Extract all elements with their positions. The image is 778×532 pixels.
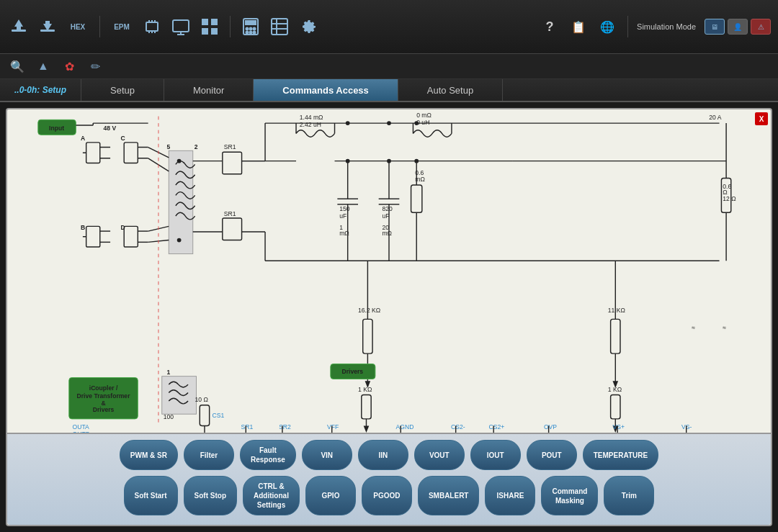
chip-icon[interactable] [140, 15, 164, 38]
close-button[interactable]: X [755, 112, 768, 125]
svg-text:0 mΩ: 0 mΩ [416, 112, 432, 119]
svg-rect-17 [211, 28, 218, 35]
main-toolbar: HEX EPM [0, 0, 778, 54]
svg-point-178 [387, 159, 391, 163]
svg-rect-146 [200, 405, 209, 426]
svg-text:1: 1 [166, 369, 170, 376]
epm-icon[interactable]: EPM [109, 15, 135, 38]
mountain-icon[interactable]: ▲ [33, 56, 53, 76]
btn-pwm-sr[interactable]: PWM & SR [120, 440, 178, 470]
svg-point-22 [254, 28, 256, 30]
svg-point-168 [346, 121, 350, 125]
tab-commands-access[interactable]: Commands Access [254, 79, 398, 101]
sim-mode-icons: 🖥 👤 ⚠ [705, 19, 771, 35]
toolbar2: 🔍 ▲ ✿ ✏ [0, 54, 778, 79]
btn-gpio[interactable]: GPIO [305, 476, 356, 515]
svg-rect-51 [124, 226, 138, 247]
btn-vout[interactable]: VOUT [414, 440, 465, 470]
navbar: ..0-0h: Setup Setup Monitor Commands Acc… [0, 79, 778, 102]
data-icon[interactable] [268, 15, 291, 38]
svg-text:20 A: 20 A [709, 114, 721, 121]
svg-text:SR2: SR2 [279, 423, 291, 430]
svg-text:Drive Transformer: Drive Transformer [77, 392, 131, 400]
btn-pgood[interactable]: PGOOD [362, 476, 412, 515]
tab-monitor[interactable]: Monitor [164, 79, 254, 101]
person-sim-icon[interactable]: 👤 [728, 19, 748, 35]
nav-brand: ..0-0h: Setup [0, 79, 81, 101]
monitor-sim-icon[interactable]: 🖥 [705, 19, 725, 35]
svg-point-170 [414, 121, 419, 125]
warning-sim-icon[interactable]: ⚠ [751, 19, 771, 35]
globe-icon[interactable]: 🌐 [596, 15, 619, 38]
tab-setup[interactable]: Setup [81, 79, 164, 101]
svg-text:2: 2 [194, 143, 198, 150]
svg-text:1.44 mΩ: 1.44 mΩ [300, 114, 323, 121]
svg-rect-0 [12, 30, 26, 32]
btn-iin[interactable]: IIN [358, 440, 408, 470]
svg-rect-115 [363, 319, 372, 353]
main-content: X .sch-text { font-family: Arial, sans-s… [6, 108, 772, 526]
search-icon[interactable]: 🔍 [7, 56, 27, 76]
btn-soft-stop[interactable]: Soft Stop [184, 476, 237, 515]
btn-iout[interactable]: IOUT [470, 440, 521, 470]
svg-rect-69 [223, 218, 242, 240]
svg-text:≈: ≈ [723, 324, 726, 331]
hex-label[interactable]: HEX [65, 15, 91, 38]
svg-point-25 [254, 32, 256, 34]
svg-text:uF: uF [339, 212, 346, 220]
svg-text:SR1: SR1 [224, 143, 236, 150]
svg-rect-129 [611, 395, 620, 418]
svg-text:VS+: VS+ [612, 423, 624, 430]
calc-icon[interactable] [239, 15, 262, 38]
svg-rect-19 [246, 21, 256, 24]
svg-text:B: B [81, 224, 85, 231]
monitor-icon[interactable] [169, 15, 192, 38]
tab-auto-setup[interactable]: Auto Setup [398, 79, 503, 101]
svg-text:AGND: AGND [396, 423, 414, 430]
btn-fault-response[interactable]: FaultResponse [240, 440, 296, 470]
btn-ctrl-additional[interactable]: CTRL &AdditionalSettings [243, 476, 300, 515]
btn-command-masking[interactable]: CommandMasking [541, 476, 598, 515]
btn-temperature[interactable]: TEMPERATURE [583, 440, 658, 470]
sep1 [99, 16, 100, 37]
svg-rect-26 [272, 19, 287, 35]
btn-pout[interactable]: POUT [527, 440, 577, 470]
svg-text:CS2+: CS2+ [489, 423, 505, 430]
btn-vin[interactable]: VIN [302, 440, 352, 470]
btn-filter[interactable]: Filter [184, 440, 234, 470]
settings-icon[interactable] [297, 15, 320, 38]
pen-icon[interactable]: ✏ [85, 56, 105, 76]
svg-text:iCoupler /: iCoupler / [89, 384, 118, 392]
svg-text:VFF: VFF [327, 423, 339, 430]
svg-point-179 [414, 159, 419, 163]
grid-icon[interactable] [198, 15, 221, 38]
svg-text:820: 820 [382, 205, 393, 212]
btn-ishare[interactable]: ISHARE [485, 476, 535, 515]
svg-rect-120 [362, 395, 371, 418]
btn-smbalert[interactable]: SMBALERT [418, 476, 480, 515]
btn-trim[interactable]: Trim [604, 476, 654, 515]
svg-rect-47 [86, 226, 100, 247]
svg-marker-1 [14, 19, 23, 30]
snowflake-icon[interactable]: ✿ [59, 56, 79, 76]
btn-soft-start[interactable]: Soft Start [124, 476, 178, 515]
svg-text:≈: ≈ [692, 324, 695, 331]
svg-text:11 KΩ: 11 KΩ [608, 307, 626, 314]
svg-text:1 KΩ: 1 KΩ [358, 386, 372, 393]
nav-tabs: Setup Monitor Commands Access Auto Setup [81, 79, 778, 101]
help-icon[interactable]: ? [538, 15, 561, 38]
schematic-svg: .sch-text { font-family: Arial, sans-ser… [7, 109, 771, 433]
svg-rect-44 [124, 143, 138, 163]
svg-text:Drivers: Drivers [93, 406, 115, 413]
upload-icon[interactable] [7, 15, 30, 38]
clipboard-icon[interactable]: 📋 [567, 15, 590, 38]
svg-text:100: 100 [164, 413, 174, 420]
toolbar-left: HEX EPM [7, 15, 538, 38]
svg-text:uF: uF [382, 212, 389, 220]
download-icon[interactable] [36, 15, 59, 38]
svg-text:Ω: Ω [723, 189, 728, 196]
svg-text:A: A [81, 135, 85, 142]
svg-text:CS2-: CS2- [451, 423, 465, 430]
svg-text:SR1: SR1 [224, 210, 236, 217]
svg-text:16.2 KΩ: 16.2 KΩ [358, 307, 381, 314]
